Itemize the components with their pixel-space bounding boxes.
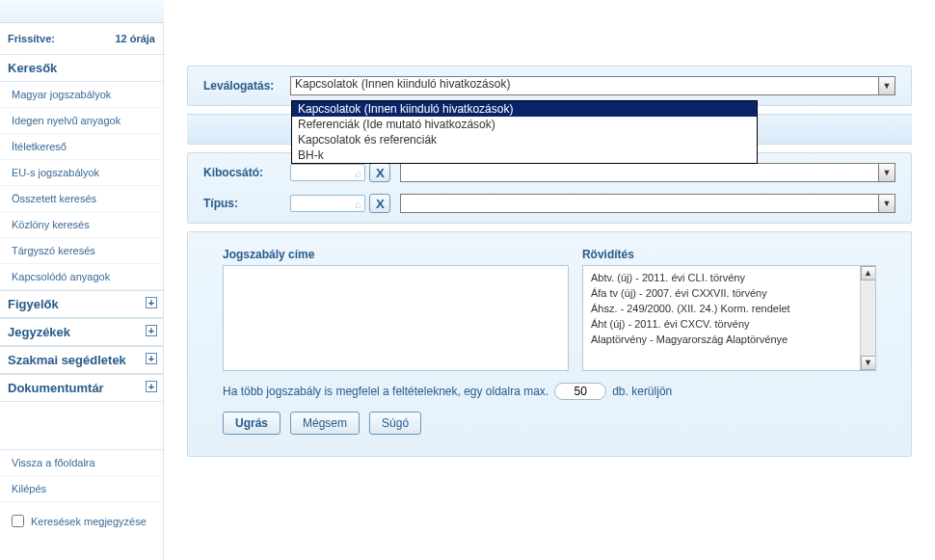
sidebar: Frissítve: 12 órája Keresők Magyar jogsz… [0, 0, 164, 560]
tipus-select[interactable]: ▼ [400, 194, 895, 213]
list-item[interactable]: Abtv. (új) - 2011. évi CLI. törvény [587, 270, 873, 285]
sidebar-exit[interactable]: Kilépés [0, 476, 163, 502]
sidebar-item-magyar[interactable]: Magyar jogszabályok [0, 82, 163, 108]
sidebar-header-keresok[interactable]: Keresők [0, 54, 163, 82]
sidebar-item-osszetett[interactable]: Összetett keresés [0, 186, 163, 212]
status-label: Frissítve: [8, 33, 55, 44]
remember-checkbox-input[interactable] [12, 515, 24, 527]
help-button[interactable]: Súgó [369, 412, 421, 435]
dropdown-option-2[interactable]: Kapcsolatok és referenciák [292, 132, 757, 147]
search-icon[interactable]: ⌕ [355, 167, 361, 180]
sidebar-header-szakmai[interactable]: Szakmai segédletek+ [0, 346, 163, 374]
kibocsato-clear-button[interactable]: X [369, 163, 390, 182]
rovidites-listbox[interactable]: Abtv. (új) - 2011. évi CLI. törvény Áfa … [582, 265, 876, 371]
list-item[interactable]: Alaptörvény - Magyarország Alaptörvénye [587, 332, 873, 347]
levalogatas-dropdown[interactable]: Kapcsolatok (Innen kiinduló hivatkozások… [291, 100, 758, 164]
list-item[interactable]: Áhsz. - 249/2000. (XII. 24.) Korm. rende… [587, 301, 873, 316]
sidebar-header-doktar[interactable]: Dokumentumtár+ [0, 374, 163, 402]
list-item[interactable]: Áfa tv (új) - 2007. évi CXXVII. törvény [587, 285, 873, 301]
cime-listbox[interactable] [223, 265, 569, 371]
sidebar-back-home[interactable]: Vissza a főoldalra [0, 450, 163, 476]
scroll-down-icon[interactable]: ▼ [861, 356, 876, 370]
sidebar-item-kapcsolodo[interactable]: Kapcsolódó anyagok [0, 264, 163, 290]
remember-searches-checkbox[interactable]: Keresések megjegyzése [8, 512, 155, 530]
dropdown-option-1[interactable]: Referenciák (Ide mutató hivatkozások) [292, 117, 757, 132]
sidebar-header-jegyzekek[interactable]: Jegyzékek+ [0, 318, 163, 346]
note-post: db. kerüljön [612, 385, 672, 398]
scrollbar[interactable]: ▲ ▼ [860, 266, 875, 370]
tipus-clear-button[interactable]: X [369, 194, 390, 213]
main-content: Leválogatás: Kapcsolatok (Innen kiinduló… [164, 0, 935, 560]
sidebar-item-itelet[interactable]: Ítéletkereső [0, 134, 163, 160]
note-pre: Ha több jogszabály is megfelel a feltéte… [223, 385, 548, 398]
remember-label: Keresések megjegyzése [31, 516, 147, 527]
dropdown-option-0[interactable]: Kapcsolatok (Innen kiinduló hivatkozások… [292, 101, 757, 117]
plus-icon[interactable]: + [146, 353, 157, 364]
sidebar-item-kozlony[interactable]: Közlöny keresés [0, 212, 163, 238]
plus-icon[interactable]: + [146, 381, 157, 392]
sidebar-item-idegen[interactable]: Idegen nyelvű anyagok [0, 108, 163, 134]
plus-icon[interactable]: + [146, 325, 157, 336]
status-value: 12 órája [115, 33, 155, 44]
levalogatas-value: Kapcsolatok (Innen kiinduló hivatkozások… [295, 77, 510, 91]
list-item[interactable]: Áht (új) - 2011. évi CXCV. törvény [587, 316, 873, 332]
search-icon[interactable]: ⌕ [355, 198, 361, 211]
cancel-button[interactable]: Mégsem [290, 412, 360, 435]
kibocsato-select[interactable]: ▼ [400, 163, 895, 182]
sidebar-header-figyelok[interactable]: Figyelők+ [0, 290, 163, 318]
sidebar-item-eu[interactable]: EU-s jogszabályok [0, 160, 163, 186]
levalogatas-label: Leválogatás: [203, 79, 290, 93]
tipus-label: Típus: [203, 197, 290, 210]
scroll-up-icon[interactable]: ▲ [861, 266, 876, 280]
rovidites-label: Rövidítés [582, 248, 876, 261]
dropdown-option-3[interactable]: BH-k [292, 147, 757, 163]
plus-icon[interactable]: + [146, 297, 157, 308]
per-page-input[interactable] [554, 383, 606, 400]
tipus-code-input[interactable]: ⌕ [290, 195, 365, 212]
kibocsato-label: Kibocsátó: [203, 166, 290, 179]
kibocsato-code-input[interactable]: ⌕ [290, 164, 365, 181]
chevron-down-icon[interactable]: ▼ [878, 77, 895, 94]
cime-label: Jogszabály címe [223, 248, 569, 261]
chevron-down-icon[interactable]: ▼ [878, 164, 895, 181]
sidebar-item-targyszo[interactable]: Tárgyszó keresés [0, 238, 163, 264]
chevron-down-icon[interactable]: ▼ [878, 195, 895, 212]
levalogatas-select[interactable]: Kapcsolatok (Innen kiinduló hivatkozások… [290, 76, 895, 95]
go-button[interactable]: Ugrás [223, 412, 280, 435]
